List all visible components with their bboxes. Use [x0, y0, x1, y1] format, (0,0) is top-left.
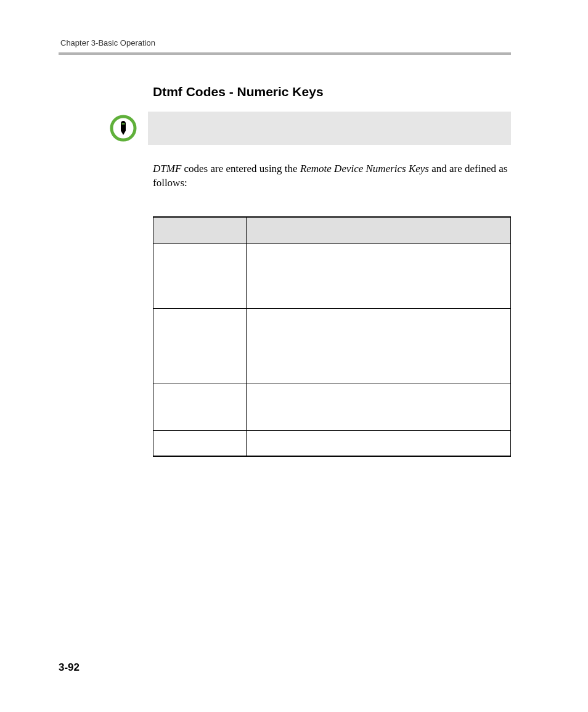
svg-rect-1	[122, 123, 125, 125]
table-cell	[153, 243, 247, 308]
table-header-cell	[246, 217, 510, 244]
term-dtmf: DTMF	[153, 163, 181, 174]
table-cell	[153, 430, 247, 456]
table-cell	[246, 308, 510, 383]
dtmf-codes-table	[153, 216, 511, 457]
table-cell	[246, 243, 510, 308]
table-cell	[246, 430, 510, 456]
table-row	[153, 243, 511, 308]
term-remote-keys: Remote Device Numerics Keys	[300, 163, 429, 174]
table-row	[153, 383, 511, 430]
table-cell	[153, 383, 247, 430]
note-callout	[110, 112, 511, 145]
table-row	[153, 430, 511, 456]
table-row	[153, 308, 511, 383]
para-text-1: codes are entered using the	[181, 163, 300, 174]
table-header-row	[153, 217, 511, 244]
note-highlight-bar	[148, 112, 511, 145]
header-rule	[59, 52, 511, 55]
running-header: Chapter 3-Basic Operation	[60, 38, 511, 47]
table-header-cell	[153, 217, 247, 244]
section-heading: Dtmf Codes - Numeric Keys	[153, 84, 511, 99]
table-cell	[153, 308, 247, 383]
table-cell	[246, 383, 510, 430]
note-pen-icon	[110, 115, 137, 142]
page-number: 3-92	[59, 661, 80, 674]
intro-paragraph: DTMF codes are entered using the Remote …	[153, 162, 511, 190]
